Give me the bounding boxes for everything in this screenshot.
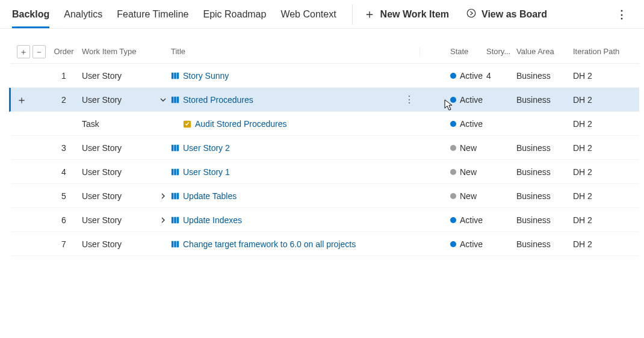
new-work-item-label: New Work Item [380, 9, 449, 20]
state-indicator-icon [450, 97, 456, 103]
cell-order: 2 [46, 95, 82, 105]
add-child-button[interactable]: ＋ [15, 93, 28, 106]
table-row[interactable]: 5User StoryUpdate TablesNewBusinessDH 2 [11, 184, 639, 208]
user-story-icon [171, 96, 179, 104]
state-indicator-icon [450, 145, 456, 151]
cell-state: New [420, 191, 486, 201]
svg-rect-10 [177, 144, 179, 151]
chevron-right-icon[interactable] [159, 217, 167, 224]
col-header-iteration[interactable]: Iteration Path [573, 47, 639, 56]
svg-rect-16 [177, 192, 179, 199]
cell-story-points: 4 [486, 71, 516, 81]
cell-iteration-path: DH 2 [573, 95, 639, 105]
work-item-title-link[interactable]: User Story 1 [183, 167, 230, 177]
cell-title: Stored Procedures⋮ [159, 94, 420, 105]
svg-rect-2 [174, 72, 176, 79]
cell-order: 3 [46, 143, 82, 153]
cell-work-item-type: User Story [82, 71, 159, 81]
cell-title: Change target framework to 6.0 on all pr… [159, 239, 420, 249]
svg-rect-13 [177, 168, 179, 175]
svg-point-0 [467, 9, 475, 17]
svg-rect-14 [172, 192, 174, 199]
cell-iteration-path: DH 2 [573, 143, 639, 153]
cell-title: User Story 1 [159, 167, 420, 177]
cell-title: Audit Stored Procedures [159, 119, 420, 129]
cell-title: User Story 2 [159, 143, 420, 153]
cell-state: Active [420, 95, 486, 105]
table-row[interactable]: 1User StoryStory SunnyActive4BusinessDH … [11, 64, 639, 88]
col-header-state[interactable]: State [420, 47, 486, 56]
table-row[interactable]: 4User StoryUser Story 1NewBusinessDH 2 [11, 160, 639, 184]
tab-strip: Backlog Analytics Feature Timeline Epic … [12, 0, 336, 28]
state-indicator-icon [450, 121, 456, 127]
task-icon [183, 120, 191, 128]
state-indicator-icon [450, 169, 456, 175]
cell-state: New [420, 167, 486, 177]
collapse-all-button[interactable]: － [33, 45, 46, 58]
arrow-right-circle-icon [466, 8, 477, 21]
svg-rect-8 [172, 144, 174, 151]
view-as-board-button[interactable]: View as Board [466, 8, 547, 21]
work-item-title-link[interactable]: Change target framework to 6.0 on all pr… [183, 239, 356, 249]
work-item-title-link[interactable]: Stored Procedures [183, 95, 253, 105]
col-header-story[interactable]: Story... [486, 47, 516, 56]
tab-backlog[interactable]: Backlog [12, 0, 49, 28]
cell-state: Active [420, 119, 486, 129]
user-story-icon [171, 144, 179, 152]
col-header-title[interactable]: Title [159, 47, 420, 56]
table-header-row: ＋ － Order Work Item Type Title State Sto… [11, 40, 639, 64]
cell-work-item-type: User Story [82, 215, 159, 225]
work-item-title-link[interactable]: Audit Stored Procedures [195, 119, 287, 129]
svg-rect-1 [172, 72, 174, 79]
cell-state: Active [420, 239, 486, 249]
cell-value-area: Business [516, 215, 573, 225]
table-row[interactable]: 6User StoryUpdate IndexesActiveBusinessD… [11, 208, 639, 232]
work-item-title-link[interactable]: Update Tables [183, 191, 237, 201]
tab-epic-roadmap[interactable]: Epic Roadmap [203, 0, 266, 28]
cell-iteration-path: DH 2 [573, 239, 639, 249]
cell-iteration-path: DH 2 [573, 191, 639, 201]
cell-value-area: Business [516, 239, 573, 249]
chevron-right-icon[interactable] [159, 192, 167, 200]
work-item-title-link[interactable]: User Story 2 [183, 143, 230, 153]
cell-work-item-type: User Story [82, 167, 159, 177]
table-row[interactable]: 7User StoryChange target framework to 6.… [11, 232, 639, 256]
cell-order: 1 [46, 71, 82, 81]
tab-feature-timeline[interactable]: Feature Timeline [117, 0, 188, 28]
cell-iteration-path: DH 2 [573, 167, 639, 177]
cell-value-area: Business [516, 95, 573, 105]
state-indicator-icon [450, 73, 456, 79]
cell-state: Active [420, 215, 486, 225]
cell-work-item-type: User Story [82, 95, 159, 105]
svg-rect-15 [174, 192, 176, 199]
svg-rect-5 [174, 96, 176, 103]
col-header-order[interactable]: Order [46, 47, 82, 56]
new-work-item-button[interactable]: ＋ New Work Item [364, 8, 449, 20]
work-item-title-link[interactable]: Update Indexes [183, 215, 242, 225]
state-indicator-icon [450, 241, 456, 247]
cell-work-item-type: User Story [82, 239, 159, 249]
col-header-value[interactable]: Value Area [516, 47, 573, 56]
tab-web-context[interactable]: Web Context [280, 0, 336, 28]
cell-title: Story Sunny [159, 71, 420, 81]
expand-all-button[interactable]: ＋ [17, 45, 30, 58]
user-story-icon [171, 192, 179, 200]
cell-order: 7 [46, 239, 82, 249]
cell-value-area: Business [516, 71, 573, 81]
work-item-title-link[interactable]: Story Sunny [183, 71, 229, 81]
user-story-icon [171, 240, 179, 248]
chevron-down-icon[interactable] [159, 96, 167, 103]
svg-rect-11 [172, 168, 174, 175]
table-row[interactable]: 3User StoryUser Story 2NewBusinessDH 2 [11, 136, 639, 160]
cell-iteration-path: DH 2 [573, 119, 639, 129]
tab-analytics[interactable]: Analytics [64, 0, 102, 28]
overflow-menu-button[interactable]: ⋮ [611, 5, 632, 23]
cell-iteration-path: DH 2 [573, 71, 639, 81]
table-row[interactable]: TaskAudit Stored ProceduresActiveDH 2 [11, 112, 639, 136]
cell-state: Active [420, 71, 486, 81]
row-context-menu-button[interactable]: ⋮ [404, 94, 414, 105]
table-row[interactable]: ＋2User StoryStored Procedures⋮ActiveBusi… [9, 88, 639, 112]
col-header-type[interactable]: Work Item Type [82, 47, 159, 56]
cell-value-area: Business [516, 191, 573, 201]
cell-iteration-path: DH 2 [573, 215, 639, 225]
